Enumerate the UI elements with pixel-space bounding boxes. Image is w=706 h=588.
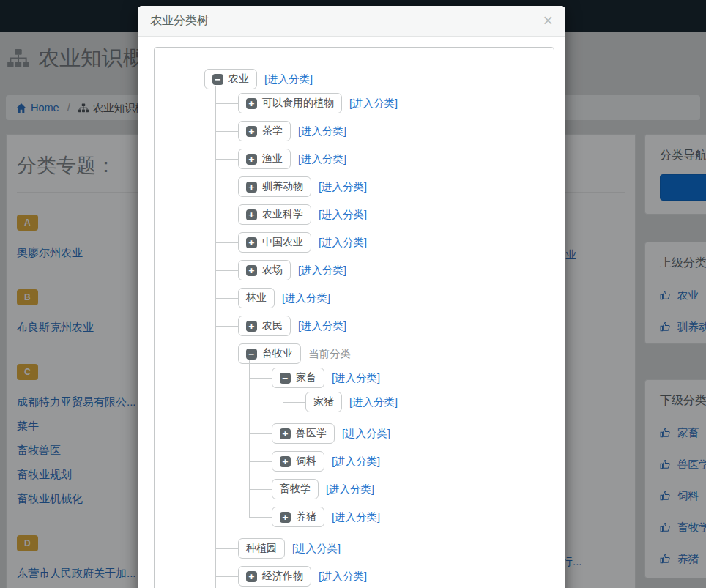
tree-node-row: −农业[进入分类] (204, 69, 554, 89)
tree-node: +农民[进入分类] (238, 312, 554, 340)
tree-node-box[interactable]: +茶学 (238, 121, 291, 141)
tree-node-row: +经济作物[进入分类] (238, 566, 554, 587)
enter-category-link[interactable]: [进入分类] (332, 371, 380, 385)
application-window: 农业知识概览 Home / 农业知识概览 分类专题： A奥廖尔州农业B布良斯克州… (0, 0, 706, 588)
tree-node-box[interactable]: +中国农业 (238, 232, 311, 253)
expand-icon[interactable]: + (246, 321, 257, 332)
tree-node-label: 饲料 (296, 455, 316, 468)
enter-category-link[interactable]: [进入分类] (326, 483, 374, 496)
tree-node-row: 种植园[进入分类] (238, 538, 554, 559)
tree-node: +茶学[进入分类] (238, 117, 554, 145)
enter-category-link[interactable]: [进入分类] (349, 395, 398, 409)
expand-icon[interactable]: + (246, 98, 257, 109)
tree-node-row: +饲料[进入分类] (272, 451, 554, 472)
enter-category-link[interactable]: [进入分类] (332, 455, 380, 469)
expand-icon[interactable]: + (280, 456, 291, 467)
tree-node-label: 中国农业 (262, 236, 303, 249)
tree-node-box[interactable]: +农民 (238, 316, 291, 336)
tree-node: 林业[进入分类] (238, 284, 554, 312)
tree-node-box[interactable]: +兽医学 (272, 423, 335, 444)
tree-node-label: 农民 (262, 319, 283, 332)
tree-node: +经济作物[进入分类] (238, 562, 554, 588)
tree-node-row: +茶学[进入分类] (238, 121, 554, 141)
tree-children: −家畜[进入分类]家猪[进入分类]+兽医学[进入分类]+饲料[进入分类]畜牧学[… (238, 364, 554, 531)
tree-node-box[interactable]: +经济作物 (238, 566, 311, 587)
tree-node-box[interactable]: +农业科学 (238, 204, 311, 225)
tree-node-box[interactable]: 种植园 (238, 538, 285, 559)
expand-icon[interactable]: + (246, 237, 257, 248)
collapse-icon[interactable]: − (212, 74, 223, 85)
tree-node-label: 畜牧业 (262, 347, 293, 360)
tree-node: +可以食用的植物[进入分类] (238, 89, 554, 117)
tree-node-box[interactable]: +饲料 (272, 451, 324, 472)
tree-node-box[interactable]: +农场 (238, 260, 291, 280)
tree-node: +饲料[进入分类] (272, 447, 554, 475)
tree-node: −家畜[进入分类]家猪[进入分类] (272, 364, 554, 420)
tree-node-label: 茶学 (262, 124, 283, 138)
tree-node: +驯养动物[进入分类] (238, 173, 554, 201)
tree-node: −农业[进入分类]+可以食用的植物[进入分类]+茶学[进入分类]+渔业[进入分类… (204, 65, 554, 588)
expand-icon[interactable]: + (246, 265, 257, 276)
enter-category-link[interactable]: [进入分类] (282, 291, 330, 305)
tree-node-box[interactable]: −农业 (204, 69, 257, 89)
tree-children: 家猪[进入分类] (272, 388, 554, 416)
modal-title: 农业分类树 (150, 13, 209, 29)
tree-node-box[interactable]: −家畜 (272, 368, 324, 388)
tree-node-label: 农场 (262, 264, 283, 277)
tree-node-box[interactable]: +驯养动物 (238, 176, 311, 197)
tree-node-box[interactable]: 家猪 (305, 392, 342, 412)
enter-category-link[interactable]: [进入分类] (319, 208, 367, 222)
tree-node-row: +中国农业[进入分类] (238, 232, 554, 253)
tree-node-label: 农业 (228, 72, 249, 86)
tree-node-box[interactable]: −畜牧业 (238, 343, 301, 364)
expand-icon[interactable]: + (280, 428, 291, 439)
tree-node-row: −畜牧业当前分类 (238, 343, 554, 364)
enter-category-link[interactable]: [进入分类] (319, 236, 367, 250)
tree-node: +农业科学[进入分类] (238, 201, 554, 228)
enter-category-link[interactable]: [进入分类] (264, 72, 313, 86)
tree-node-row: +渔业[进入分类] (238, 149, 554, 169)
tree-node-row: +驯养动物[进入分类] (238, 176, 554, 197)
tree-node-label: 渔业 (262, 152, 283, 165)
tree-node-label: 林业 (246, 291, 267, 305)
tree-node-label: 种植园 (246, 542, 277, 555)
tree-node-box[interactable]: +渔业 (238, 149, 291, 169)
tree-node-row: +农场[进入分类] (238, 260, 554, 280)
expand-icon[interactable]: + (246, 126, 257, 137)
tree-node-box[interactable]: 畜牧学 (272, 479, 319, 499)
expand-icon[interactable]: + (246, 209, 257, 220)
enter-category-link[interactable]: [进入分类] (292, 542, 341, 556)
tree-children: +可以食用的植物[进入分类]+茶学[进入分类]+渔业[进入分类]+驯养动物[进入… (204, 89, 554, 588)
expand-icon[interactable]: + (246, 182, 257, 193)
enter-category-link[interactable]: [进入分类] (342, 427, 390, 441)
collapse-icon[interactable]: − (246, 349, 257, 360)
category-tree-modal: 农业分类树 × −农业[进入分类]+可以食用的植物[进入分类]+茶学[进入分类]… (138, 6, 565, 588)
expand-icon[interactable]: + (280, 512, 291, 523)
tree-node-box[interactable]: +养猪 (272, 507, 324, 527)
enter-category-link[interactable]: [进入分类] (298, 264, 346, 278)
enter-category-link[interactable]: [进入分类] (319, 570, 367, 584)
tree-node-box[interactable]: +可以食用的植物 (238, 93, 342, 113)
tree-node: +农场[进入分类] (238, 256, 554, 284)
expand-icon[interactable]: + (246, 571, 257, 582)
tree-node: +兽医学[进入分类] (272, 420, 554, 447)
tree-node: 种植园[进入分类] (238, 535, 554, 562)
collapse-icon[interactable]: − (280, 373, 291, 384)
tree-node-row: −家畜[进入分类] (272, 368, 554, 388)
tree-node-row: 家猪[进入分类] (305, 392, 554, 412)
tree-node: −畜牧业当前分类−家畜[进入分类]家猪[进入分类]+兽医学[进入分类]+饲料[进… (238, 340, 554, 535)
enter-category-link[interactable]: [进入分类] (349, 97, 398, 111)
tree-node-label: 养猪 (296, 510, 316, 524)
enter-category-link[interactable]: [进入分类] (298, 124, 346, 138)
close-icon[interactable]: × (543, 12, 553, 29)
enter-category-link[interactable]: [进入分类] (319, 180, 367, 194)
modal-header: 农业分类树 × (138, 6, 565, 37)
enter-category-link[interactable]: [进入分类] (298, 152, 346, 166)
expand-icon[interactable]: + (246, 154, 257, 165)
enter-category-link[interactable]: [进入分类] (332, 510, 380, 524)
tree-node: +中国农业[进入分类] (238, 228, 554, 256)
enter-category-link[interactable]: [进入分类] (298, 319, 346, 333)
tree-node: +渔业[进入分类] (238, 145, 554, 173)
tree-node-box[interactable]: 林业 (238, 288, 275, 308)
tree-node: +养猪[进入分类] (272, 503, 554, 531)
